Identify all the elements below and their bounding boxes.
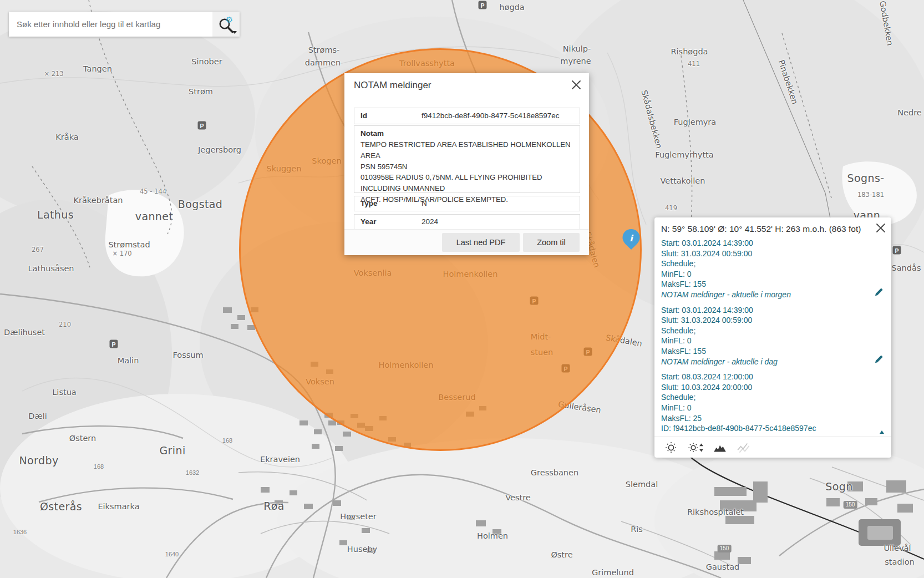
notam-entry-line: MaksFL: 155 [661, 346, 885, 357]
map-label: Holmen [477, 531, 508, 540]
road-number-label: 168 [94, 463, 104, 470]
road-number-label: 168 [222, 437, 232, 444]
notam-text: TEMPO RESTRICTED AREA ESTABLISHED HOLMEN… [361, 139, 573, 205]
map-label: 419 [665, 204, 677, 212]
info-panel: N: 59° 58.109' Ø: 10° 41.552' H: 263 m.o… [654, 217, 891, 458]
map-label: Huseby [347, 545, 377, 554]
map-label: Østern [69, 434, 96, 443]
notam-popup: NOTAM meldinger Id f9412bcb-de8f-490b-84… [344, 73, 589, 255]
map-label: Sogn [825, 480, 852, 493]
map-label: Ullevål [884, 544, 911, 552]
info-marker-pin[interactable]: i [622, 229, 641, 252]
year-value: 2024 [422, 215, 438, 229]
id-row: Id f9412bcb-de8f-490b-8477-5c418e8597ec [354, 108, 580, 124]
road-number-label: 1636 [13, 529, 27, 535]
road-number-label: 150 [844, 501, 857, 509]
map-label: Tangen [83, 64, 112, 73]
sun-updown-icon[interactable] [688, 440, 703, 455]
map-label: Nedre [897, 108, 922, 117]
search-bar: ⚙ [9, 12, 240, 37]
map-label: Gressbanen [531, 468, 578, 477]
notam-entry: Start: 03.01.2024 14:39:00Slutt: 31.03.2… [661, 238, 885, 300]
parking-icon: P [893, 246, 901, 255]
map-label: vannet [135, 210, 174, 222]
coordinates-readout: N: 59° 58.109' Ø: 10° 41.552' H: 263 m.o… [661, 224, 861, 234]
map-label: Listua [52, 388, 76, 397]
gear-icon: ⚙ [225, 15, 232, 24]
map-label: Ekraveien [260, 455, 300, 464]
edit-pencil-icon[interactable] [874, 287, 884, 300]
year-label: Year [361, 215, 377, 229]
popup-footer: Last ned PDF Zoom til [344, 229, 589, 255]
map-label: stadion [885, 557, 914, 566]
notam-entry: Start: 03.01.2024 14:39:00Slutt: 31.03.2… [661, 305, 885, 367]
map-label: Nordby [19, 454, 58, 467]
map-label: Rishøgda [671, 47, 708, 56]
map-label: Malin [118, 356, 139, 365]
map-label: Strøm [189, 87, 213, 96]
id-label: Id [361, 108, 367, 123]
map-label: dammen [305, 58, 341, 67]
notam-entry-line: Slutt: 31.03.2024 00:59:00 [661, 315, 885, 326]
notam-entry-line: Schedule; [661, 326, 885, 336]
notam-entry-line: MinFL: 0 [661, 336, 885, 346]
notam-entry-line: Start: 08.03.2024 12:00:00 [661, 372, 885, 382]
map-label: Jegersborg [198, 145, 241, 154]
notam-text-line: 0103958E RADIUS 0,75NM. ALL FLYING PROHI… [361, 172, 573, 183]
notam-text-line: INCLUDING UNMANNED [361, 183, 573, 194]
notam-text-line: TEMPO RESTRICTED AREA ESTABLISHED HOLMEN… [361, 139, 573, 161]
download-pdf-button[interactable]: Last ned PDF [442, 233, 520, 252]
notam-entry: Start: 08.03.2024 12:00:00Slutt: 10.03.2… [661, 372, 885, 434]
map-label: Slemdal [626, 480, 658, 489]
search-input[interactable] [9, 12, 212, 37]
road-number-label: 150 [718, 545, 732, 552]
map-label: Grimelund [592, 568, 634, 577]
map-label: Dælihuset [4, 328, 45, 337]
notam-entry-link[interactable]: NOTAM meldinger - aktuelle i morgen [661, 290, 885, 300]
zoom-to-button[interactable]: Zoom til [523, 233, 580, 252]
map-label: Nikulp- [563, 44, 591, 53]
map-label: myrene [560, 57, 591, 65]
map-label: 183-181 [857, 191, 884, 199]
notam-entries-list[interactable]: Start: 03.01.2024 14:39:00Slutt: 31.03.2… [654, 238, 891, 434]
map-label: Lathus [37, 209, 74, 221]
notam-entry-line: MinFL: 0 [661, 403, 885, 413]
type-value: N [422, 196, 427, 211]
notam-entry-link[interactable]: NOTAM meldinger - aktuelle i dag [661, 357, 885, 367]
map-label: × 170 [112, 250, 131, 257]
notam-entry-line: Slutt: 10.03.2024 20:00:00 [661, 382, 885, 393]
parking-icon: P [110, 340, 118, 348]
map-label: Røa [263, 500, 285, 512]
panel-header: N: 59° 58.109' Ø: 10° 41.552' H: 263 m.o… [654, 217, 891, 238]
map-label: Lathusåsen [28, 264, 74, 273]
sun-icon[interactable] [663, 440, 678, 455]
notam-text-line: PSN 595745N [361, 161, 573, 173]
map-label: høgda [499, 3, 524, 12]
map-label: Sinober [191, 57, 222, 66]
map-label: Vestre [505, 493, 531, 502]
map-label: Skådalsbekken [639, 89, 664, 150]
terrain-profile-icon[interactable] [712, 440, 727, 455]
map-label: Dæli [28, 412, 47, 420]
map-label: Kråkebråtan [74, 196, 123, 205]
scroll-up-indicator[interactable] [880, 430, 884, 434]
year-row: Year 2024 [354, 214, 580, 230]
map-label: Gaustad [706, 562, 740, 571]
search-button[interactable]: ⚙ [212, 12, 240, 37]
notam-entry-line: Schedule; [661, 392, 885, 403]
notam-entry-line: Start: 03.01.2024 14:39:00 [661, 305, 885, 316]
map-label: Strømstad [108, 240, 150, 249]
map-label: Eiksmarka [98, 502, 139, 511]
map-label: Fuglemyra [674, 118, 716, 126]
notam-text-row: Notam TEMPO RESTRICTED AREA ESTABLISHED … [354, 125, 580, 193]
close-icon[interactable] [571, 80, 581, 90]
chevron-down-icon [232, 31, 237, 34]
line-chart-icon[interactable] [737, 440, 752, 455]
notam-entry-line: Start: 03.01.2024 14:39:00 [661, 238, 885, 249]
map-application: Tangen× 213SinoberStrømStrøms-dammenhøgd… [0, 0, 924, 578]
edit-pencil-icon[interactable] [874, 354, 884, 367]
notam-entry-line: MaksFL: 155 [661, 279, 885, 290]
close-icon[interactable] [876, 223, 886, 233]
id-value: f9412bcb-de8f-490b-8477-5c418e8597ec [422, 108, 559, 123]
map-label: Fuglemyrhytta [655, 150, 713, 159]
